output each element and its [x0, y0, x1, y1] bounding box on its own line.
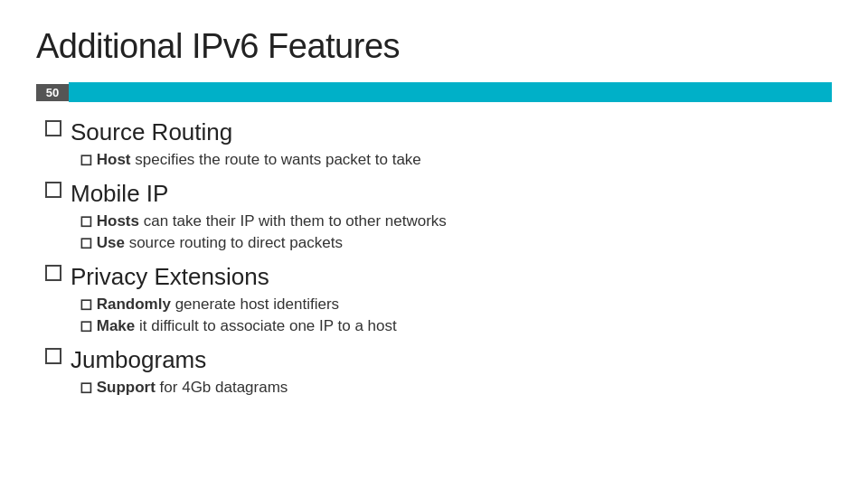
bullet-mobile-ip: Mobile IP ◻ Hosts can take their IP with…	[45, 180, 832, 252]
sub-bullet-randomly-generate: ◻ Randomly generate host identifiers	[80, 295, 832, 314]
jumbograms-label: Jumbograms	[71, 346, 206, 374]
checkbox-icon-2	[45, 182, 61, 198]
teal-bar	[69, 82, 832, 102]
slide: Additional IPv6 Features 50 Source Routi…	[0, 0, 868, 488]
privacy-sub-bullets: ◻ Randomly generate host identifiers ◻ M…	[45, 295, 832, 335]
checkbox-icon-3	[45, 265, 61, 281]
bullet-main-source-routing: Source Routing	[45, 118, 832, 146]
jumbograms-sub-bullets: ◻ Support for 4Gb datagrams	[45, 378, 832, 397]
slide-title: Additional IPv6 Features	[36, 27, 832, 66]
bullet-main-jumbograms: Jumbograms	[45, 346, 832, 374]
sub-bullet-make-difficult: ◻ Make it difficult to associate one IP …	[80, 316, 832, 335]
sub-bullet-support-4gb: ◻ Support for 4Gb datagrams	[80, 378, 832, 397]
sub-bullet-text-make: ◻ Make it difficult to associate one IP …	[80, 316, 397, 335]
sub-bullet-text-use: ◻ Use source routing to direct packets	[80, 233, 343, 252]
bullet-main-mobile-ip: Mobile IP	[45, 180, 832, 208]
sub-bullet-text-randomly: ◻ Randomly generate host identifiers	[80, 295, 339, 314]
sub-bullet-use-source-routing: ◻ Use source routing to direct packets	[80, 233, 832, 252]
bullet-jumbograms: Jumbograms ◻ Support for 4Gb datagrams	[45, 346, 832, 397]
source-routing-label: Source Routing	[71, 118, 232, 146]
bullet-source-routing: Source Routing ◻ Host specifies the rout…	[45, 118, 832, 169]
slide-number: 50	[36, 84, 69, 101]
slide-number-bar: 50	[36, 82, 832, 102]
bullet-privacy-extensions: Privacy Extensions ◻ Randomly generate h…	[45, 263, 832, 335]
privacy-extensions-label: Privacy Extensions	[71, 263, 269, 291]
sub-bullet-text-support: ◻ Support for 4Gb datagrams	[80, 378, 288, 397]
sub-bullet-hosts-can-take: ◻ Hosts can take their IP with them to o…	[80, 211, 832, 230]
mobile-ip-sub-bullets: ◻ Hosts can take their IP with them to o…	[45, 211, 832, 252]
source-routing-sub-bullets: ◻ Host specifies the route to wants pack…	[45, 150, 832, 169]
sub-bullet-text-hosts: ◻ Hosts can take their IP with them to o…	[80, 211, 447, 230]
mobile-ip-label: Mobile IP	[71, 180, 168, 208]
sub-bullet-host-specifies: ◻ Host specifies the route to wants pack…	[80, 150, 832, 169]
content-area: Source Routing ◻ Host specifies the rout…	[36, 118, 832, 397]
checkbox-icon	[45, 120, 61, 136]
bullet-main-privacy: Privacy Extensions	[45, 263, 832, 291]
checkbox-icon-4	[45, 348, 61, 364]
sub-bullet-text-host: ◻ Host specifies the route to wants pack…	[80, 150, 421, 169]
